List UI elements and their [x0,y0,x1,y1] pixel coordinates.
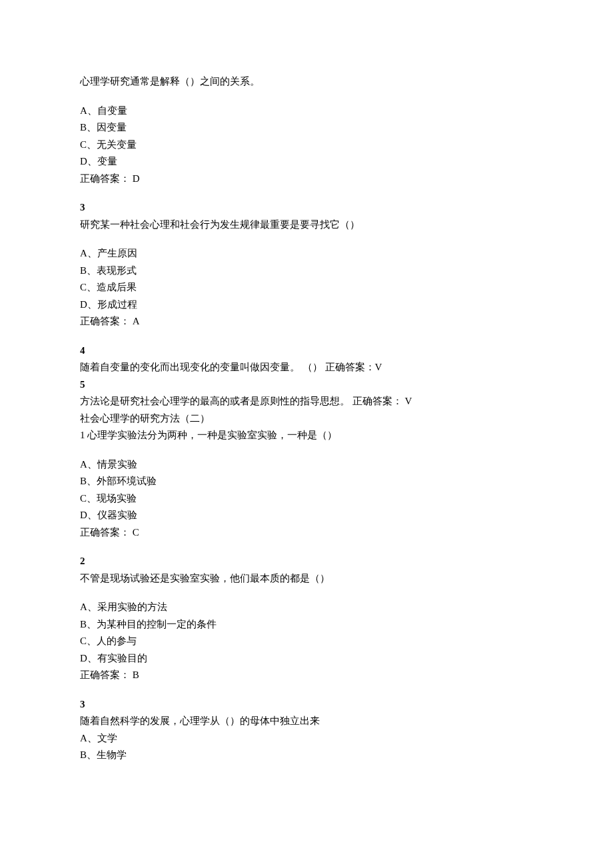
q2-stem: 心理学研究通常是解释（）之间的关系。 [80,73,533,91]
q4-number: 4 [80,342,533,360]
q5-line2: 社会心理学的研究方法（二） [80,410,533,428]
q7-option-b: B、为某种目的控制一定的条件 [80,616,533,634]
q3-stem: 研究某一种社会心理和社会行为发生规律最重要是要寻找它（） [80,217,533,234]
q4-line: 随着自变量的变化而出现变化的变量叫做因变量。 （） 正确答案：V [80,359,533,376]
q8-stem: 随着自然科学的发展，心理学从（）的母体中独立出来 [80,713,533,730]
q2-option-c: C、无关变量 [80,137,533,154]
document-page: 心理学研究通常是解释（）之间的关系。 A、自变量 B、因变量 C、无关变量 D、… [0,0,613,868]
q3-number: 3 [80,199,533,217]
q2-option-b: B、因变量 [80,119,533,137]
q3-option-a: A、产生原因 [80,245,533,262]
q7-option-d: D、有实验目的 [80,650,533,667]
q2-answer: 正确答案： D [80,171,533,188]
q3-answer: 正确答案： A [80,313,533,330]
q6-answer: 正确答案： C [80,524,533,542]
q3-option-c: C、造成后果 [80,279,533,296]
q8-option-a: A、文学 [80,730,533,747]
q7-stem: 不管是现场试验还是实验室实验，他们最本质的都是（） [80,570,533,588]
q5-line3: 1 心理学实验法分为两种，一种是实验室实验，一种是（） [80,427,533,444]
q5-line1: 方法论是研究社会心理学的最高的或者是原则性的指导思想。 正确答案： V [80,393,533,410]
q7-answer: 正确答案： B [80,667,533,684]
q7-number: 2 [80,553,533,570]
q7-option-c: C、人的参与 [80,633,533,650]
q6-option-d: D、仪器实验 [80,507,533,524]
q6-option-b: B、外部环境试验 [80,473,533,490]
q3-option-d: D、形成过程 [80,296,533,314]
q8-number: 3 [80,696,533,713]
q5-number: 5 [80,376,533,394]
q6-option-c: C、现场实验 [80,490,533,508]
q2-option-d: D、变量 [80,153,533,171]
q2-option-a: A、自变量 [80,103,533,120]
q7-option-a: A、采用实验的方法 [80,599,533,616]
q3-option-b: B、表现形式 [80,262,533,280]
q6-option-a: A、情景实验 [80,456,533,474]
q8-option-b: B、生物学 [80,747,533,764]
